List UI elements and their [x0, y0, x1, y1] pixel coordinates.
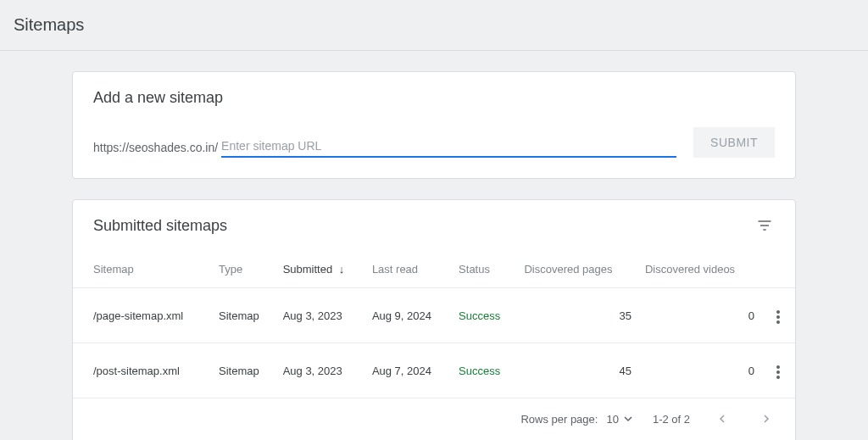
- col-header-last-read[interactable]: Last read: [365, 251, 452, 288]
- cell-actions: [761, 343, 795, 398]
- cell-type: Sitemap: [212, 343, 276, 398]
- cell-discovered-pages: 45: [517, 343, 638, 398]
- rows-per-page-select[interactable]: 10: [606, 413, 632, 426]
- col-header-discovered-videos[interactable]: Discovered videos: [638, 251, 761, 288]
- content-area: Add a new sitemap https://seoshades.co.i…: [0, 51, 868, 440]
- cell-status: Success: [452, 288, 517, 343]
- add-sitemap-title: Add a new sitemap: [93, 89, 775, 107]
- submitted-sitemaps-card: Submitted sitemaps Sitemap Type Submitte…: [72, 199, 796, 440]
- sort-descending-icon: ↓: [339, 263, 345, 276]
- rows-per-page-label: Rows per page:: [520, 413, 598, 426]
- table-pager: Rows per page: 10 1-2 of 2: [73, 398, 795, 440]
- sitemaps-table: Sitemap Type Submitted ↓ Last read Statu…: [73, 251, 795, 398]
- prev-page-button[interactable]: [710, 407, 734, 431]
- row-menu-icon[interactable]: [773, 307, 783, 327]
- page-title: Sitemaps: [14, 15, 854, 35]
- chevron-right-icon: [762, 415, 771, 423]
- page-header: Sitemaps: [0, 0, 868, 51]
- cell-discovered-videos: 0: [638, 343, 761, 398]
- list-header: Submitted sitemaps: [73, 200, 795, 251]
- cell-submitted: Aug 3, 2023: [276, 343, 365, 398]
- sitemap-url-input-wrap: [221, 136, 676, 158]
- cell-discovered-videos: 0: [638, 288, 761, 343]
- cell-type: Sitemap: [212, 288, 276, 343]
- rows-per-page-value: 10: [606, 413, 618, 426]
- status-badge: Success: [459, 365, 500, 377]
- cell-actions: [761, 288, 795, 343]
- table-header-row: Sitemap Type Submitted ↓ Last read Statu…: [73, 251, 795, 288]
- cell-last-read: Aug 7, 2024: [365, 343, 452, 398]
- col-header-type[interactable]: Type: [212, 251, 276, 288]
- rows-per-page: Rows per page: 10: [520, 413, 632, 426]
- table-row[interactable]: /page-sitemap.xml Sitemap Aug 3, 2023 Au…: [73, 288, 795, 343]
- submit-button[interactable]: SUBMIT: [693, 127, 775, 158]
- chevron-down-icon: [624, 415, 632, 423]
- cell-discovered-pages: 35: [517, 288, 638, 343]
- row-menu-icon[interactable]: [773, 362, 783, 382]
- col-header-actions: [761, 251, 795, 288]
- col-header-submitted[interactable]: Submitted ↓: [276, 251, 365, 288]
- cell-status: Success: [452, 343, 517, 398]
- filter-icon[interactable]: [754, 215, 775, 236]
- col-header-status[interactable]: Status: [452, 251, 517, 288]
- sitemap-url-input[interactable]: [221, 136, 676, 158]
- col-header-discovered-pages[interactable]: Discovered pages: [517, 251, 638, 288]
- next-page-button[interactable]: [754, 407, 778, 431]
- cell-submitted: Aug 3, 2023: [276, 288, 365, 343]
- col-header-sitemap[interactable]: Sitemap: [73, 251, 212, 288]
- chevron-left-icon: [718, 415, 726, 423]
- cell-last-read: Aug 9, 2024: [365, 288, 452, 343]
- page-range: 1-2 of 2: [653, 413, 690, 426]
- table-row[interactable]: /post-sitemap.xml Sitemap Aug 3, 2023 Au…: [73, 343, 795, 398]
- status-badge: Success: [459, 309, 500, 322]
- col-header-submitted-label: Submitted: [283, 263, 333, 276]
- cell-sitemap: /post-sitemap.xml: [73, 343, 212, 398]
- cell-sitemap: /page-sitemap.xml: [73, 288, 212, 343]
- add-sitemap-row: https://seoshades.co.in/ SUBMIT: [93, 127, 775, 158]
- url-prefix: https://seoshades.co.in/: [93, 141, 218, 158]
- add-sitemap-card: Add a new sitemap https://seoshades.co.i…: [72, 71, 796, 179]
- submitted-sitemaps-title: Submitted sitemaps: [93, 217, 227, 235]
